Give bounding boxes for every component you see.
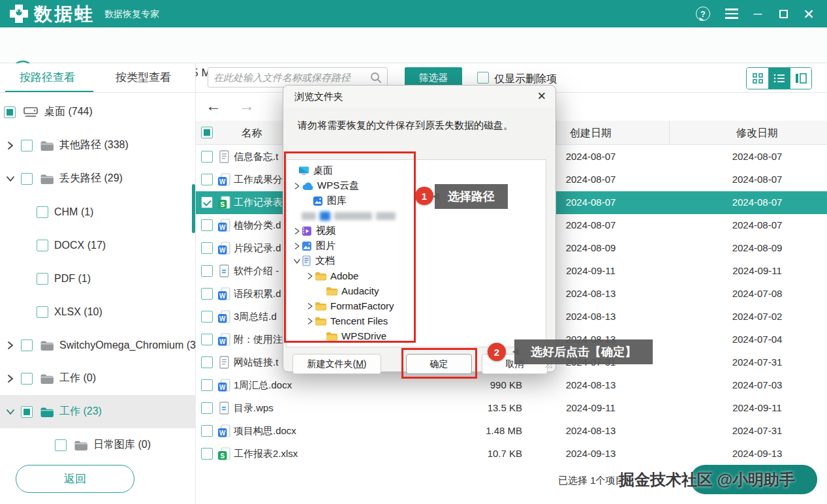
sidebar-tree-item[interactable]: 桌面 (744) [0,95,196,129]
file-row[interactable]: W项目构思.docx1.48 MB2024-08-132024-07-31 [196,420,827,443]
file-checkbox[interactable] [201,425,213,437]
dialog-close-icon[interactable]: ✕ [537,89,546,103]
file-checkbox[interactable] [201,242,213,254]
back-button[interactable]: 返回 [16,465,134,493]
dialog-tree-item[interactable] [287,208,546,223]
xlsx-file-icon: S [217,447,231,460]
chevron-right-icon[interactable] [5,373,16,384]
column-header-name[interactable]: 名称 [242,127,262,140]
chevron-down-icon[interactable] [292,257,302,266]
docx-file-icon: W [217,287,231,300]
file-modified-date: 2024-09-11 [692,402,822,413]
checkbox[interactable] [21,339,33,351]
sidebar-tree-item[interactable]: PDF (1) [0,262,196,295]
search-input[interactable] [213,69,365,86]
dialog-tree-label: Tencent Files [330,315,388,326]
dialog-tree-label: 视频 [316,225,335,237]
preview-view-button[interactable] [790,68,811,89]
dialog-tree-label: 图片 [316,240,335,252]
chevron-right-icon[interactable] [292,242,302,251]
chevron-right-icon[interactable] [305,272,315,281]
menu-button[interactable] [719,0,744,27]
chevron-down-icon[interactable] [5,174,16,184]
sidebar-tree-item[interactable]: CHM (1) [0,195,196,228]
file-checkbox[interactable] [201,265,213,277]
nav-back-arrow[interactable]: ← [206,97,221,115]
file-checkbox[interactable] [201,402,213,414]
sidebar-tree-item[interactable]: DOCX (17) [0,228,196,262]
list-view-button[interactable] [768,68,790,89]
chevron-right-icon[interactable] [305,317,315,326]
sidebar-tree-item[interactable]: 工作 (0) [0,362,196,395]
dialog-tree-item[interactable]: WPSDrive [287,328,546,343]
checkbox[interactable] [55,439,67,451]
checkbox[interactable] [37,306,48,318]
chevron-right-icon[interactable] [292,181,302,191]
chevron-right-icon[interactable] [305,302,315,311]
tab-by-path[interactable]: 按路径查看 [20,70,75,85]
dialog-tree-item[interactable]: 文档 [287,253,546,268]
tab-by-type[interactable]: 按类型查看 [116,70,171,85]
nav-forward-arrow[interactable]: → [239,97,255,115]
dialog-tree-item[interactable]: 视频 [287,223,546,238]
dialog-tree-item[interactable]: FormatFactory [287,298,546,313]
minimize-button[interactable]: ─ [745,0,770,27]
txt-file-icon [217,356,230,369]
chevron-down-icon[interactable] [5,407,16,417]
checkbox[interactable] [21,373,33,385]
file-checkbox[interactable] [201,197,213,208]
file-checkbox[interactable] [201,334,213,345]
folder-icon [326,332,337,341]
file-checkbox[interactable] [201,174,213,185]
file-row[interactable]: 目录.wps13.5 KB2024-09-112024-09-11 [196,397,827,420]
checkbox[interactable] [21,406,33,418]
sidebar-tree-item[interactable]: 丢失路径 (29) [0,162,196,195]
checkbox[interactable] [37,240,48,251]
desktop-icon [298,166,309,176]
file-checkbox[interactable] [201,448,213,460]
sidebar-tree-item[interactable]: 日常图库 (0) [0,428,196,462]
file-checkbox[interactable] [201,151,213,163]
file-modified-date: 2024-07-02 [692,311,822,322]
file-name: 工作成果分 [234,174,283,186]
checkbox[interactable] [37,273,48,285]
ok-button[interactable]: 确定 [406,354,472,374]
file-checkbox[interactable] [201,379,213,391]
close-button[interactable]: ✕ [796,0,821,27]
file-row[interactable]: W1周汇总.docx990 KB2024-08-132024-07-03 [196,374,827,397]
maximize-button[interactable] [771,0,796,27]
file-checkbox[interactable] [201,288,213,300]
chevron-right-icon[interactable] [5,140,16,151]
column-divider [669,121,670,145]
new-folder-button[interactable]: 新建文件夹(M) [292,354,381,374]
file-modified-date: 2024-07-03 [692,379,822,390]
grid-view-button[interactable] [747,68,768,89]
folder-icon [40,373,54,384]
file-checkbox[interactable] [201,311,213,323]
checkbox[interactable] [37,206,48,218]
file-checkbox[interactable] [201,356,213,368]
chevron-right-icon[interactable] [5,340,16,351]
file-row[interactable]: S工作报表2.xlsx10.7 KB2024-09-132024-09-13 [196,443,827,465]
checkbox[interactable] [21,173,33,185]
checkbox[interactable] [21,140,33,151]
select-all-checkbox[interactable] [201,127,213,138]
sidebar-tree-item[interactable]: 工作 (23) [0,395,196,428]
file-checkbox[interactable] [201,219,213,231]
chevron-right-icon[interactable] [292,227,302,236]
dialog-tree-item[interactable]: Tencent Files [287,313,546,328]
sidebar-tree-item[interactable]: SwitchyOmega_Chromium (3 [0,328,196,362]
help-button[interactable]: ? [691,0,715,27]
file-modified-date: 2024-08-07 [692,151,822,162]
dialog-tree-item[interactable]: Adobe [287,268,546,283]
dialog-tree-item[interactable]: 桌面 [287,163,546,178]
sidebar-tree-item[interactable]: XLSX (10) [0,295,196,328]
sidebar-scrollbar[interactable] [192,184,195,233]
column-header-modified[interactable]: 修改日期 [692,127,822,140]
file-modified-date: 2024-08-07 [692,219,822,230]
checkbox[interactable] [4,106,16,118]
sidebar-tree-item[interactable]: 其他路径 (338) [0,129,196,162]
dialog-tree-item[interactable]: 图片 [287,238,546,253]
show-deleted-only-checkbox[interactable] [477,72,489,84]
dialog-tree-item[interactable]: Audacity [287,283,546,298]
